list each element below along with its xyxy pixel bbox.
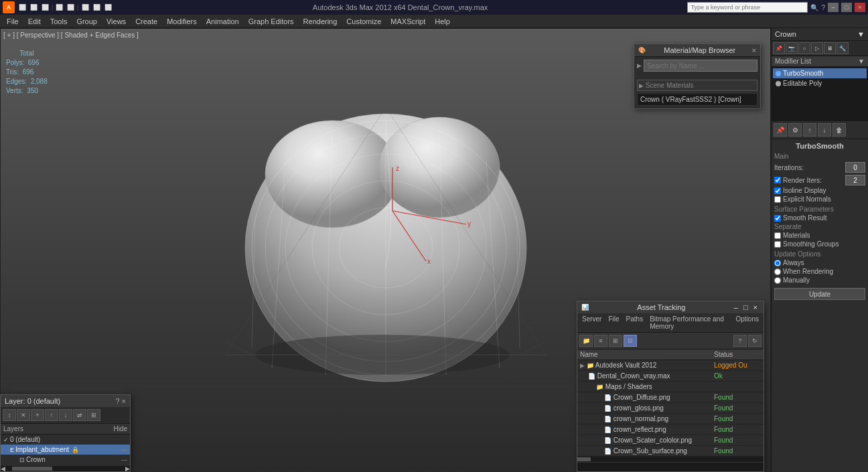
object-icon[interactable]: ○ <box>798 42 810 54</box>
asset-minimize-btn[interactable]: – <box>732 303 740 311</box>
layer-scroll-left[interactable]: ◀ <box>1 465 5 472</box>
ts-render-iters-input[interactable] <box>845 175 865 185</box>
layer-row-crown[interactable]: ⊡ Crown — <box>1 455 130 465</box>
menu-animation[interactable]: Animation <box>202 16 243 27</box>
asset-menu-paths[interactable]: Paths <box>624 315 646 331</box>
asset-tb-selected[interactable]: ⊟ <box>624 335 637 347</box>
close-btn[interactable]: × <box>855 3 865 12</box>
layer-scroll-right[interactable]: ▶ <box>125 465 130 472</box>
down-icon[interactable]: ↓ <box>818 123 831 137</box>
asset-tb-2[interactable]: ≡ <box>594 335 607 347</box>
config-icon[interactable]: ⚙ <box>788 123 802 137</box>
asset-menu-bitmap[interactable]: Bitmap Performance and Memory <box>648 315 731 331</box>
asset-close-btn[interactable]: × <box>751 303 760 311</box>
pin-modifier-icon[interactable]: 📌 <box>774 123 787 137</box>
asset-row-normal[interactable]: 📄 crown_normal.png Found <box>577 414 764 424</box>
menu-rendering[interactable]: Rendering <box>299 16 342 27</box>
menu-create[interactable]: Create <box>131 16 161 27</box>
menu-tools[interactable]: Tools <box>46 16 72 27</box>
asset-tb-help[interactable]: ? <box>733 335 747 347</box>
mat-search-input[interactable] <box>644 60 757 72</box>
layer-sort-btn[interactable]: ↕ <box>3 409 16 421</box>
camera-icon[interactable]: 📷 <box>786 42 798 54</box>
asset-tb-refresh[interactable]: ↻ <box>748 335 762 347</box>
layer-row-0[interactable]: ✓ 0 (default) <box>1 435 130 445</box>
menu-file[interactable]: File <box>3 16 23 27</box>
menu-views[interactable]: Views <box>102 16 130 27</box>
search-input[interactable] <box>687 2 808 13</box>
asset-row-vault[interactable]: ▶ 📁 Autodesk Vault 2012 Logged Ou <box>577 360 764 371</box>
layer-btn3[interactable]: ⇌ <box>73 409 86 421</box>
asset-row-gloss[interactable]: 📄 crown_gloss.png Found <box>577 403 764 414</box>
layer-btn2[interactable]: ↓ <box>59 409 72 421</box>
tb-btn[interactable]: ⬜ <box>17 4 27 11</box>
asset-menu-file[interactable]: File <box>606 315 621 331</box>
asset-row-scater[interactable]: 📄 Crown_Scater_cololor.png Found <box>577 435 764 446</box>
asset-tb-1[interactable]: 📁 <box>579 335 593 347</box>
utility-icon[interactable]: 🔧 <box>837 42 849 54</box>
layer-add-btn[interactable]: + <box>31 409 44 421</box>
ts-iterations-input[interactable] <box>845 162 865 173</box>
ts-update-btn[interactable]: Update <box>774 288 865 300</box>
asset-maximize-btn[interactable]: □ <box>741 303 750 311</box>
layer-row-implant[interactable]: E Implant_abutment 🔒 — <box>1 445 130 455</box>
asset-scroll-thumb[interactable] <box>577 457 591 461</box>
modifier-editable-poly[interactable]: Editable Poly <box>773 78 867 88</box>
asset-scrollbar[interactable] <box>577 457 764 462</box>
layer-delete-btn[interactable]: ✕ <box>17 409 30 421</box>
tb-btn2[interactable]: ⬜ <box>29 4 39 11</box>
menu-modifiers[interactable]: Modifiers <box>163 16 201 27</box>
menu-customize[interactable]: Customize <box>342 16 385 27</box>
scene-mat-item[interactable]: Crown ( VRayFastSSS2 ) [Crown] <box>637 93 757 106</box>
tb-btn7[interactable]: ⬜ <box>92 4 102 11</box>
asset-row-maps[interactable]: 📁 Maps / Shaders <box>577 382 764 392</box>
delete-mod-icon[interactable]: 🗑 <box>833 123 846 137</box>
ts-always-radio[interactable] <box>774 260 781 266</box>
mat-browser-close[interactable]: × <box>752 46 756 54</box>
layer-btn4[interactable]: ⊞ <box>87 409 100 421</box>
tb-btn5[interactable]: ⬜ <box>66 4 76 11</box>
tb-btn3[interactable]: ⬜ <box>40 4 50 11</box>
ts-smooth-check[interactable] <box>774 215 781 222</box>
ts-isoline-check[interactable] <box>774 187 781 194</box>
menu-edit[interactable]: Edit <box>24 16 45 27</box>
layer-help-btn[interactable]: ? <box>115 397 119 405</box>
ts-when-rendering-radio[interactable] <box>774 268 781 275</box>
menu-help[interactable]: Help <box>431 16 454 27</box>
asset-row-reflect[interactable]: 📄 crown_reflect.png Found <box>577 424 764 435</box>
modifier-turbosmooth[interactable]: TurboSmooth <box>773 68 867 78</box>
asset-row-file[interactable]: 📄 Dental_Crown_vray.max Ok <box>577 371 764 382</box>
ts-explicit-check[interactable] <box>774 196 781 203</box>
ts-materials-check[interactable] <box>774 232 781 239</box>
asset-menu-options[interactable]: Options <box>734 315 761 331</box>
tb-btn8[interactable]: ⬜ <box>103 4 113 11</box>
ts-manually-radio[interactable] <box>774 277 781 284</box>
layer-scroll-thumb[interactable] <box>12 467 52 471</box>
maximize-btn[interactable]: □ <box>841 3 852 12</box>
verts-stat: Verts: 350 <box>6 86 48 96</box>
minimize-btn[interactable]: – <box>828 3 839 12</box>
display-icon[interactable]: 🖥 <box>824 42 836 54</box>
up-icon[interactable]: ↑ <box>803 123 816 137</box>
layer-close-btn[interactable]: × <box>122 397 126 405</box>
tb-btn4[interactable]: ⬜ <box>54 4 64 11</box>
help-icon[interactable]: ? <box>821 4 825 11</box>
ts-smoothing-check[interactable] <box>774 241 781 248</box>
asset-row-diffuse[interactable]: 📄 Crown_Diffuse.png Found <box>577 392 764 403</box>
menu-maxscript[interactable]: MAXScript <box>386 16 429 27</box>
object-name-header: Crown ▼ <box>772 28 868 41</box>
asset-row-subsurface[interactable]: 📄 Crown_Sub_surface.png Found <box>577 446 764 457</box>
pin-icon[interactable]: 📌 <box>773 42 785 54</box>
asset-menu-server[interactable]: Server <box>580 315 603 331</box>
layer-btn1[interactable]: ↑ <box>45 409 58 421</box>
modifier-dropdown-arrow[interactable]: ▼ <box>857 30 865 38</box>
asset-tb-3[interactable]: ⊞ <box>609 335 622 347</box>
modifier-list-arrow[interactable]: ▼ <box>858 58 865 65</box>
motion-icon[interactable]: ▷ <box>811 42 823 54</box>
ts-render-iters-check[interactable] <box>774 177 781 183</box>
tb-btn6[interactable]: ⬜ <box>80 4 90 11</box>
search-btn[interactable]: 🔍 <box>810 4 818 11</box>
menu-group[interactable]: Group <box>72 16 101 27</box>
layer-scrollbar[interactable]: ◀ ▶ <box>1 466 130 471</box>
menu-graph-editors[interactable]: Graph Editors <box>244 16 298 27</box>
